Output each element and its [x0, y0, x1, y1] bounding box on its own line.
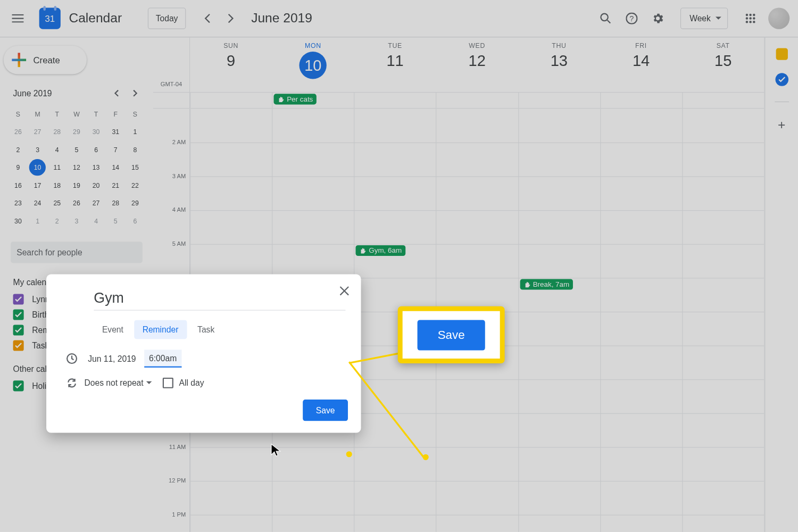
tab-event[interactable]: Event: [94, 320, 131, 339]
day-number[interactable]: 10: [300, 52, 327, 79]
mini-day[interactable]: 26: [67, 194, 87, 212]
search-button[interactable]: [594, 6, 618, 30]
calendar-checkbox[interactable]: [13, 325, 24, 335]
day-column-header[interactable]: WED12: [436, 37, 518, 92]
account-avatar[interactable]: [768, 8, 789, 29]
mini-day[interactable]: 29: [126, 194, 145, 212]
day-number[interactable]: 14: [633, 52, 650, 70]
mini-day[interactable]: 19: [67, 176, 87, 194]
calendar-checkbox[interactable]: [13, 309, 24, 320]
mini-day[interactable]: 10: [28, 159, 47, 176]
prev-week-button[interactable]: [196, 8, 218, 29]
mini-day[interactable]: 23: [9, 194, 28, 212]
mini-calendar-grid[interactable]: SMTWTFS262728293031123456789101112131415…: [4, 105, 150, 230]
settings-button[interactable]: [646, 6, 670, 30]
day-column-header[interactable]: THU13: [518, 37, 600, 92]
grid-day-column[interactable]: [600, 109, 682, 532]
day-column-header[interactable]: SAT15: [682, 37, 764, 92]
mini-day[interactable]: 5: [67, 140, 87, 158]
tab-task[interactable]: Task: [189, 320, 222, 339]
menu-button[interactable]: [6, 6, 30, 30]
mini-day[interactable]: 31: [106, 123, 126, 140]
grid-day-column[interactable]: [682, 109, 764, 532]
google-apps-button[interactable]: [738, 6, 762, 30]
allday-cell[interactable]: [190, 93, 272, 108]
reminder-title-input[interactable]: [94, 290, 345, 311]
mini-day[interactable]: 27: [86, 194, 106, 212]
view-selector[interactable]: Week: [680, 8, 728, 29]
calendar-checkbox[interactable]: [13, 380, 24, 391]
dialog-close-button[interactable]: [339, 286, 349, 296]
mini-day[interactable]: 13: [86, 159, 106, 176]
search-people-input[interactable]: Search for people: [11, 242, 143, 263]
grid-day-column[interactable]: Break, 7am: [518, 109, 600, 532]
allday-cell[interactable]: [518, 93, 600, 108]
mini-day[interactable]: 24: [28, 194, 47, 212]
tab-reminder[interactable]: Reminder: [134, 320, 187, 339]
mini-day[interactable]: 1: [126, 123, 145, 140]
day-number[interactable]: 13: [551, 52, 568, 70]
allday-cell[interactable]: Per cats: [272, 93, 354, 108]
side-panel-add-button[interactable]: +: [778, 118, 785, 133]
day-column-header[interactable]: MON10: [272, 37, 354, 92]
reminder-time-input[interactable]: 6:00am: [144, 350, 181, 367]
create-button[interactable]: Create: [4, 46, 87, 74]
mini-day[interactable]: 26: [9, 123, 28, 140]
day-number[interactable]: 15: [714, 52, 732, 70]
mini-day[interactable]: 28: [106, 194, 126, 212]
calendar-checkbox[interactable]: [13, 340, 24, 351]
allday-cell[interactable]: [682, 93, 764, 108]
save-button[interactable]: Save: [303, 400, 348, 421]
mini-day[interactable]: 12: [67, 159, 87, 176]
mini-day[interactable]: 4: [86, 212, 106, 229]
next-week-button[interactable]: [220, 8, 242, 29]
mini-day[interactable]: 21: [106, 176, 126, 194]
mini-day[interactable]: 17: [28, 176, 47, 194]
mini-day[interactable]: 2: [9, 140, 28, 158]
mini-day[interactable]: 14: [106, 159, 126, 176]
reminder-date-button[interactable]: Jun 11, 2019: [84, 350, 139, 367]
mini-day[interactable]: 7: [106, 140, 126, 158]
mini-day[interactable]: 27: [28, 123, 47, 140]
day-number[interactable]: 12: [469, 52, 486, 70]
mini-day[interactable]: 2: [47, 212, 67, 229]
allday-reminder-chip[interactable]: Per cats: [274, 94, 317, 104]
mini-next-month[interactable]: [127, 85, 144, 102]
allday-cell[interactable]: [354, 93, 436, 108]
mini-day[interactable]: 4: [47, 140, 67, 158]
mini-day[interactable]: 15: [126, 159, 145, 176]
reminder-chip[interactable]: Gym, 6am: [356, 245, 405, 256]
mini-day[interactable]: 6: [86, 140, 106, 158]
mini-day[interactable]: 6: [126, 212, 145, 229]
keep-button[interactable]: [776, 48, 787, 60]
mini-day[interactable]: 11: [47, 159, 67, 176]
mini-day[interactable]: 16: [9, 176, 28, 194]
mini-day[interactable]: 9: [9, 159, 28, 176]
mini-day[interactable]: 1: [28, 212, 47, 229]
day-column-header[interactable]: TUE11: [354, 37, 436, 92]
day-number[interactable]: 9: [227, 52, 235, 70]
mini-day[interactable]: 30: [86, 123, 106, 140]
reminder-chip[interactable]: Break, 7am: [520, 279, 573, 290]
mini-prev-month[interactable]: [108, 85, 124, 102]
mini-day[interactable]: 3: [28, 140, 47, 158]
mini-day[interactable]: 3: [67, 212, 87, 229]
allday-cell[interactable]: [436, 93, 518, 108]
mini-day[interactable]: 28: [47, 123, 67, 140]
allday-cell[interactable]: [600, 93, 682, 108]
mini-day[interactable]: 29: [67, 123, 87, 140]
mini-day[interactable]: 30: [9, 212, 28, 229]
help-button[interactable]: ?: [620, 6, 644, 30]
day-number[interactable]: 11: [386, 52, 403, 70]
mini-day[interactable]: 20: [86, 176, 106, 194]
calendar-checkbox[interactable]: [13, 294, 24, 304]
mini-day[interactable]: 22: [126, 176, 145, 194]
allday-checkbox[interactable]: [162, 378, 173, 388]
repeat-select[interactable]: Does not repeat: [84, 378, 152, 388]
mini-day[interactable]: 5: [106, 212, 126, 229]
mini-day[interactable]: 25: [47, 194, 67, 212]
mini-day[interactable]: 18: [47, 176, 67, 194]
mini-day[interactable]: 8: [126, 140, 145, 158]
tasks-button[interactable]: [775, 73, 788, 86]
today-button[interactable]: Today: [148, 8, 186, 29]
